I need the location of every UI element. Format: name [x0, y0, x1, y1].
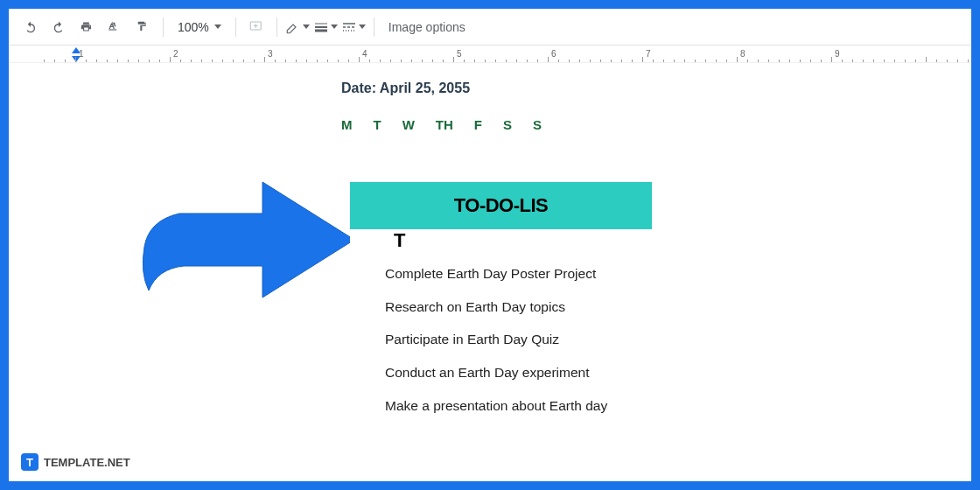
ruler-number: 7 [646, 49, 651, 59]
todo-header-continuation: T [350, 229, 652, 257]
spellcheck-button[interactable]: A [102, 14, 128, 40]
ruler-number: 8 [740, 49, 746, 59]
todo-item: Make a presentation about Earth day [385, 396, 634, 416]
undo-button[interactable] [18, 14, 44, 40]
weekday-label: W [402, 117, 415, 132]
weekday-label: S [533, 117, 542, 132]
todo-item: Participate in Earth Day Quiz [385, 330, 634, 349]
add-comment-button[interactable] [243, 14, 270, 40]
zoom-value: 100% [178, 20, 209, 34]
ruler-number: 6 [551, 49, 556, 59]
watermark-icon: T [21, 453, 38, 471]
pointer-arrow-shape [131, 150, 359, 308]
todo-item: Conduct an Earth Day experiment [385, 363, 634, 382]
weekday-label: F [474, 117, 482, 132]
todo-item: Research on Earth Day topics [385, 298, 634, 317]
border-color-button[interactable] [284, 14, 311, 40]
ruler-number: 5 [457, 49, 462, 59]
print-button[interactable] [74, 14, 100, 40]
paint-format-button[interactable] [130, 14, 156, 40]
border-weight-button[interactable] [312, 14, 339, 40]
toolbar-separator [235, 18, 236, 37]
weekday-label: M [341, 117, 353, 132]
weekday-row: MTWTHFSS [341, 117, 542, 132]
chevron-down-icon [214, 24, 221, 29]
chevron-down-icon [359, 24, 366, 29]
chevron-down-icon [303, 24, 310, 29]
chevron-down-icon [331, 24, 338, 29]
watermark-text: TEMPLATE.NET [44, 456, 130, 469]
ruler-number: 4 [362, 49, 368, 59]
todo-header: TO-DO-LIS [350, 182, 652, 229]
weekday-label: S [503, 117, 512, 132]
ruler-number: 2 [173, 49, 178, 59]
ruler-number: 9 [835, 49, 840, 59]
watermark: T TEMPLATE.NET [21, 453, 130, 471]
zoom-dropdown[interactable]: 100% [171, 20, 228, 34]
toolbar-separator [374, 18, 374, 37]
weekday-label: TH [436, 117, 453, 132]
ruler-number: 1 [79, 49, 84, 59]
border-dash-button[interactable] [340, 14, 367, 40]
document-canvas[interactable]: Date: April 25, 2055 MTWTHFSS TO-DO-LIS … [9, 63, 971, 481]
todo-items-list: Complete Earth Day Poster ProjectResearc… [350, 257, 652, 438]
ruler-number: 3 [268, 49, 273, 59]
toolbar-separator [276, 18, 277, 37]
todo-item: Complete Earth Day Poster Project [385, 264, 634, 284]
image-options-button[interactable]: Image options [382, 20, 472, 34]
toolbar: A 100% Image options [9, 9, 971, 46]
date-text: Date: April 25, 2055 [341, 80, 470, 96]
toolbar-separator [163, 18, 164, 37]
svg-text:A: A [108, 20, 115, 30]
app-frame: A 100% Image options 123456789 Date: Apr… [9, 9, 971, 481]
redo-button[interactable] [46, 14, 72, 40]
todo-list-widget: TO-DO-LIS T Complete Earth Day Poster Pr… [350, 182, 652, 438]
weekday-label: T [374, 117, 382, 132]
horizontal-ruler[interactable]: 123456789 [9, 46, 971, 63]
